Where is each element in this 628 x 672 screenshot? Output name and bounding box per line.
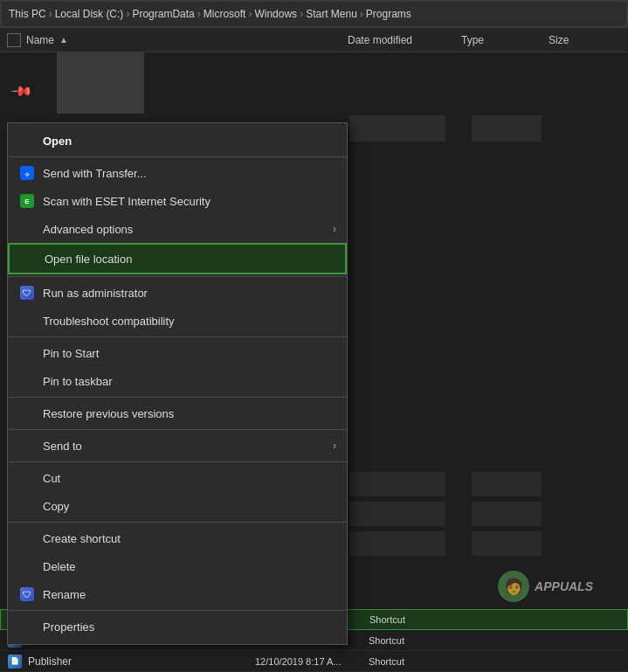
shortcut-icon-2: 📄 [8,655,22,669]
menu-separator [8,397,347,398]
copy-icon [18,497,36,515]
menu-item-send-to[interactable]: Send to› [8,432,347,460]
cut-label: Cut [43,472,336,485]
file-name-2: Publisher [28,655,255,668]
troubleshoot-label: Troubleshoot compatibility [43,315,336,328]
open-file-location-label: Open file location [45,253,335,266]
menu-separator [8,461,347,462]
file-thumbnail [57,52,144,114]
menu-item-cut[interactable]: Cut [8,464,347,492]
watermark: 🧑 APPUALS [498,571,593,602]
menu-item-scan-eset[interactable]: EScan with ESET Internet Security [8,187,347,215]
send-to-label: Send to [43,440,333,453]
send-to-icon [18,437,36,454]
menu-item-pin-start[interactable]: Pin to Start [8,339,347,367]
file-row-2[interactable]: 📄 Publisher 12/10/2019 8:17 A... Shortcu… [0,651,628,672]
menu-separator [8,610,347,611]
properties-icon [18,618,36,635]
bg-block-4 [472,472,542,496]
advanced-options-submenu-arrow: › [333,223,336,235]
menu-separator [8,276,347,277]
scan-eset-label: Scan with ESET Internet Security [43,195,336,208]
delete-label: Delete [43,560,336,573]
file-icon-2: 📄 [7,654,23,669]
menu-item-open-file-location[interactable]: Open file location [8,243,347,274]
menu-item-copy[interactable]: Copy [8,492,347,520]
context-menu: Open⬦Send with Transfer...EScan with ESE… [7,122,348,645]
col-header-name[interactable]: Name ▲ [0,33,341,47]
menu-item-delete[interactable]: Delete [8,552,347,580]
open-label: Open [43,135,336,148]
breadcrumb: This PC › Local Disk (C:) › ProgramData … [9,8,411,20]
bg-block-3 [349,472,445,496]
menu-separator [8,429,347,430]
menu-separator [8,522,347,523]
advanced-options-label: Advanced options [43,223,333,236]
send-to-submenu-arrow: › [333,440,336,452]
open-icon [18,132,36,149]
file-type-0: Shortcut [369,614,457,625]
send-transfer-label: Send with Transfer... [43,167,336,180]
bg-block-6 [472,502,542,526]
menu-item-send-transfer[interactable]: ⬦Send with Transfer... [8,159,347,187]
send-transfer-icon: ⬦ [18,164,36,182]
create-shortcut-label: Create shortcut [43,532,336,545]
scan-eset-icon: E [18,192,36,210]
menu-item-rename[interactable]: 🛡Rename [8,580,347,608]
pin-start-icon [18,344,36,362]
open-file-location-icon [20,250,38,267]
menu-item-troubleshoot[interactable]: Troubleshoot compatibility [8,307,347,335]
menu-item-pin-taskbar[interactable]: Pin to taskbar [8,367,347,395]
shield-run-icon: 🛡 [20,286,34,300]
menu-separator [8,156,347,157]
menu-item-advanced-options[interactable]: Advanced options› [8,215,347,243]
file-type-2: Shortcut [369,656,456,667]
bg-block-2 [472,115,542,142]
pin-start-label: Pin to Start [43,347,336,360]
pin-taskbar-icon [18,372,36,390]
sort-arrow: ▲ [59,35,68,45]
dropbox-icon: ⬦ [20,166,34,180]
column-headers: Name ▲ Date modified Type Size [0,28,628,52]
rename-icon: 🛡 [18,585,36,603]
menu-item-run-as-admin[interactable]: 🛡Run as administrator [8,279,347,307]
select-all-checkbox[interactable] [7,33,21,47]
bg-block-7 [349,531,445,556]
col-header-date[interactable]: Date modified [341,34,454,46]
cut-icon [18,469,36,487]
watermark-text: APPUALS [535,579,593,593]
shield-rename-icon: 🛡 [20,587,34,601]
pin-taskbar-label: Pin to taskbar [43,375,336,388]
run-as-admin-icon: 🛡 [18,284,36,301]
menu-item-restore-versions[interactable]: Restore previous versions [8,399,347,427]
col-header-size[interactable]: Size [542,34,611,46]
run-as-admin-label: Run as administrator [43,287,336,300]
menu-item-open[interactable]: Open [8,127,347,155]
copy-label: Copy [43,500,336,513]
bg-block-8 [472,531,542,556]
restore-versions-icon [18,405,36,422]
delete-icon [18,558,36,575]
eset-icon: E [20,194,34,208]
rename-label: Rename [43,588,336,601]
col-header-type[interactable]: Type [454,34,542,46]
address-bar[interactable]: This PC › Local Disk (C:) › ProgramData … [0,0,628,28]
restore-versions-label: Restore previous versions [43,407,336,420]
file-type-1: Shortcut [369,635,456,646]
menu-item-properties[interactable]: Properties [8,613,347,641]
advanced-options-icon [18,220,36,238]
file-date-2: 12/10/2019 8:17 A... [255,656,369,667]
pin-icon: 📌 [10,80,34,104]
menu-separator [8,336,347,337]
menu-item-create-shortcut[interactable]: Create shortcut [8,524,347,552]
create-shortcut-icon [18,530,36,547]
troubleshoot-icon [18,312,36,329]
bg-block-5 [349,502,445,526]
bg-block-1 [349,115,445,142]
watermark-avatar: 🧑 [498,571,529,602]
properties-label: Properties [43,620,336,634]
